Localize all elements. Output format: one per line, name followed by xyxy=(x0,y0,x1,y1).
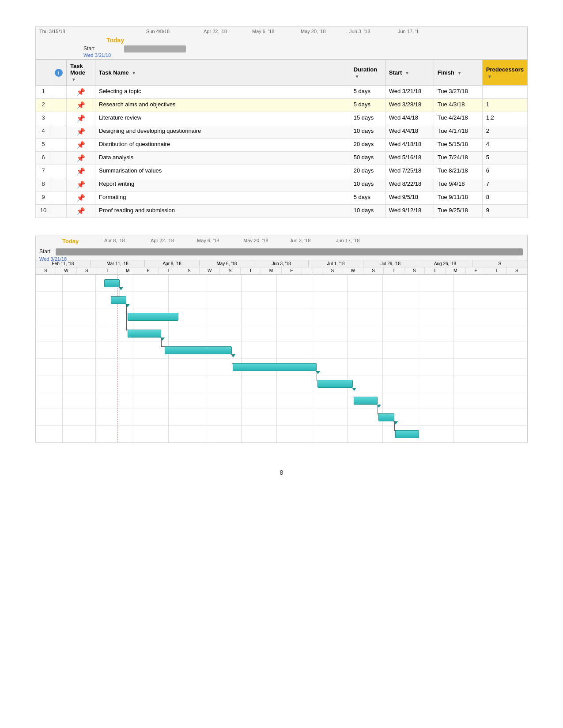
wk-s: S xyxy=(472,260,527,267)
bar-3 xyxy=(128,313,178,321)
cell-pred-4: 2 xyxy=(482,125,527,139)
day-t6: T xyxy=(425,267,445,274)
name-sort[interactable]: ▼ xyxy=(132,71,136,75)
cell-finish-9: Tue 9/11/18 xyxy=(434,191,482,205)
finish-sort[interactable]: ▼ xyxy=(457,71,462,75)
cell-num-7: 7 xyxy=(36,165,51,178)
conn-9-10h xyxy=(394,430,396,431)
bar-5 xyxy=(165,346,232,354)
bar-7 xyxy=(317,380,353,388)
day-s7: S xyxy=(404,267,425,274)
start-date: Wed 3/21/18 xyxy=(83,53,111,58)
task-pin-icon: 📌 xyxy=(76,154,85,162)
col-duration: Duration ▼ xyxy=(350,60,385,86)
cell-duration-1: 5 days xyxy=(350,86,385,99)
cell-duration-5: 20 days xyxy=(350,139,385,152)
wk-aug26: Aug 26, '18 xyxy=(418,260,473,267)
page-number: 8 xyxy=(35,469,528,476)
tl-d1: Apr 22, '18 xyxy=(204,29,227,34)
conn-9-10v xyxy=(394,421,395,431)
task-pin-icon: 📌 xyxy=(76,101,85,109)
vl-9 xyxy=(347,275,348,442)
cell-finish-5: Tue 5/15/18 xyxy=(434,139,482,152)
cell-taskname-1: Selecting a topic xyxy=(95,86,350,99)
cell-pred-1 xyxy=(482,86,527,99)
gantt-day-header: S W S T M F T S W S T M F T S W S T S T xyxy=(36,267,527,274)
conn-5-6v xyxy=(232,354,232,364)
bt-d5: Jun 3, '18 xyxy=(290,238,310,243)
day-m3: M xyxy=(446,267,466,274)
cell-num-5: 5 xyxy=(36,139,51,152)
tl-d2: May 6, '18 xyxy=(252,29,274,34)
cell-pred-7: 6 xyxy=(482,165,527,178)
cell-taskname-7: Summarisation of values xyxy=(95,165,350,178)
cell-mode-2: 📌 xyxy=(67,99,95,112)
wk-jun3: Jun 3, '18 xyxy=(254,260,309,267)
pred-sort[interactable]: ▼ xyxy=(487,74,492,79)
row-4 xyxy=(36,325,527,342)
bt-d3: May 6, '18 xyxy=(197,238,219,243)
day-t3: T xyxy=(241,267,261,274)
cell-start-2: Wed 3/28/18 xyxy=(385,99,434,112)
bar-4 xyxy=(128,330,161,338)
row-7 xyxy=(36,375,527,392)
gantt-week-header: Feb 11, '18 Mar 11, '18 Apr 8, '18 May 6… xyxy=(36,260,527,267)
gantt-grid: Feb 11, '18 Mar 11, '18 Apr 8, '18 May 6… xyxy=(35,260,528,443)
gantt-chart-section: Today Apr 8, '18 Apr 22, '18 May 6, '18 … xyxy=(35,236,528,443)
cell-finish-7: Tue 8/21/18 xyxy=(434,165,482,178)
gantt-today-label: Today xyxy=(62,238,79,244)
cell-info-4 xyxy=(51,125,67,139)
bar-9 xyxy=(378,413,394,421)
duration-sort[interactable]: ▼ xyxy=(355,74,359,79)
cell-start-8: Wed 8/22/18 xyxy=(385,178,434,191)
cell-info-2 xyxy=(51,99,67,112)
gantt-start-date: Wed 3/21/18 xyxy=(39,256,67,262)
cell-taskname-3: Literature review xyxy=(95,112,350,125)
cell-finish-2: Tue 4/3/18 xyxy=(434,99,482,112)
cell-pred-2: 1 xyxy=(482,99,527,112)
cell-info-8 xyxy=(51,178,67,191)
cell-start-4: Wed 4/4/18 xyxy=(385,125,434,139)
cell-info-10 xyxy=(51,205,67,218)
conn-6-7h xyxy=(317,380,318,380)
cell-finish-4: Tue 4/17/18 xyxy=(434,125,482,139)
bt-d6: Jun 17, '18 xyxy=(336,238,359,243)
cell-duration-7: 20 days xyxy=(350,165,385,178)
mode-sort[interactable]: ▼ xyxy=(72,77,76,82)
task-pin-icon: 📌 xyxy=(76,168,85,175)
col-predecessors: Predecessors ▼ xyxy=(482,60,527,86)
cell-pred-6: 5 xyxy=(482,152,527,165)
cell-start-5: Wed 4/18/18 xyxy=(385,139,434,152)
col-finish: Finish ▼ xyxy=(434,60,482,86)
conn-4-5v xyxy=(161,338,162,347)
start-sort[interactable]: ▼ xyxy=(405,71,409,75)
cell-num-1: 1 xyxy=(36,86,51,99)
cell-duration-4: 10 days xyxy=(350,125,385,139)
cell-num-10: 10 xyxy=(36,205,51,218)
cell-pred-9: 8 xyxy=(482,191,527,205)
bar-8 xyxy=(354,397,378,405)
bar-1 xyxy=(104,279,120,287)
cell-start-9: Wed 9/5/18 xyxy=(385,191,434,205)
vl-3 xyxy=(133,275,133,442)
col-task-name: Task Name ▼ xyxy=(95,60,350,86)
cell-pred-8: 7 xyxy=(482,178,527,191)
conn-5-6h xyxy=(232,363,234,364)
cell-finish-10: Tue 9/25/18 xyxy=(434,205,482,218)
cell-info-5 xyxy=(51,139,67,152)
tl-d3: May 20, '18 xyxy=(301,29,326,34)
conn-8-9v xyxy=(378,405,378,414)
bar-2 xyxy=(111,296,126,304)
cell-num-4: 4 xyxy=(36,125,51,139)
cell-num-9: 9 xyxy=(36,191,51,205)
col-task-mode: Task Mode ▼ xyxy=(67,60,95,86)
task-pin-icon: 📌 xyxy=(76,194,85,202)
cell-start-6: Wed 5/16/18 xyxy=(385,152,434,165)
timeline-bar xyxy=(124,45,186,53)
day-s6: S xyxy=(363,267,384,274)
cell-duration-8: 10 days xyxy=(350,178,385,191)
cell-taskname-8: Report writing xyxy=(95,178,350,191)
cell-mode-7: 📌 xyxy=(67,165,95,178)
bt-d2: Apr 22, '18 xyxy=(151,238,174,243)
cell-start-3: Wed 4/4/18 xyxy=(385,112,434,125)
